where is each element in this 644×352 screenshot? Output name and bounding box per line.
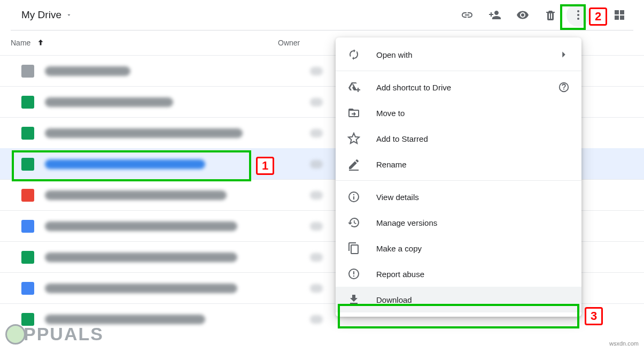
menu-add-star[interactable]: Add to Starred [336,126,581,151]
info-icon [347,190,360,203]
submenu-arrow [558,49,570,60]
menu-view-details[interactable]: View details [336,184,581,210]
link-icon [461,9,474,21]
file-type-icon [21,65,34,78]
grid-view-button[interactable] [608,3,631,27]
menu-report-abuse[interactable]: Report abuse [336,261,581,287]
menu-open-with[interactable]: Open with [336,42,581,67]
preview-button[interactable] [511,3,534,27]
file-type-icon [21,220,34,233]
menu-add-shortcut[interactable]: Add shortcut to Drive [336,74,581,100]
menu-rename[interactable]: Rename [336,151,581,177]
sort-arrow-up-icon [36,38,45,48]
file-type-icon [21,251,34,264]
location-label: My Drive [21,9,61,21]
watermark-text: PPUALS [24,324,104,345]
menu-download[interactable]: Download [336,287,581,312]
trash-icon [544,9,557,21]
rename-icon [347,158,360,171]
file-name [45,159,205,169]
file-owner [310,67,323,75]
delete-button[interactable] [539,3,562,27]
menu-label: Move to [376,109,405,118]
file-owner [310,160,323,169]
menu-label: Manage versions [376,218,437,227]
file-owner [310,315,323,324]
svg-point-2 [577,18,579,20]
menu-label: Add to Starred [376,134,428,143]
history-icon [347,216,360,229]
toolbar-divider [599,7,599,22]
menu-label: Rename [376,160,407,169]
menu-make-copy[interactable]: Make a copy [336,235,581,261]
column-name[interactable]: Name [11,38,278,48]
report-icon [347,267,360,280]
menu-label: Make a copy [376,244,422,253]
watermark: PPUALS [5,324,104,345]
file-name [45,221,237,231]
menu-label: Download [376,295,412,304]
copy-icon [347,242,360,255]
file-type-icon [21,158,34,171]
menu-label: Add shortcut to Drive [376,83,451,92]
star-icon [347,132,360,145]
file-name [45,66,130,76]
menu-label: Report abuse [376,270,424,279]
header: My Drive [0,0,644,30]
column-name-label: Name [11,39,30,47]
file-owner [310,129,323,137]
menu-manage-versions[interactable]: Manage versions [336,210,581,235]
file-name [45,97,173,107]
menu-move-to[interactable]: Move to [336,100,581,126]
column-owner[interactable]: Owner [278,39,342,47]
download-icon [347,293,360,306]
share-button[interactable] [483,3,507,27]
file-type-icon [21,282,34,295]
file-name [45,284,237,293]
more-vert-icon [572,9,585,21]
file-type-icon [21,96,34,109]
file-name [45,315,205,324]
column-owner-label: Owner [278,39,300,47]
help-icon[interactable] [558,81,570,93]
location-dropdown[interactable]: My Drive [17,7,76,23]
get-link-button[interactable] [455,3,479,27]
eye-icon [516,9,529,21]
context-menu: Open with Add shortcut to Drive Move to … [336,37,581,317]
source-label: wsxdn.com [609,340,639,347]
file-owner [310,191,323,200]
chevron-down-icon [66,12,72,18]
file-owner [310,253,323,262]
drive-add-icon [347,81,360,94]
file-owner [310,222,323,231]
file-owner [310,98,323,106]
person-add-icon [488,9,501,21]
toolbar [455,3,631,27]
menu-divider [336,71,581,71]
open-with-icon [347,48,360,61]
grid-icon [613,9,626,21]
menu-divider [336,180,581,181]
svg-point-0 [577,10,579,12]
file-owner [310,284,323,293]
file-type-icon [21,127,34,140]
move-folder-icon [347,106,360,119]
file-name [45,128,243,138]
menu-label: View details [376,193,419,202]
menu-label: Open with [376,50,413,59]
more-actions-button[interactable] [567,3,590,27]
file-name [45,190,227,200]
svg-point-1 [577,14,579,16]
watermark-mascot-icon [5,324,26,345]
file-name [45,252,237,262]
file-type-icon [21,189,34,202]
